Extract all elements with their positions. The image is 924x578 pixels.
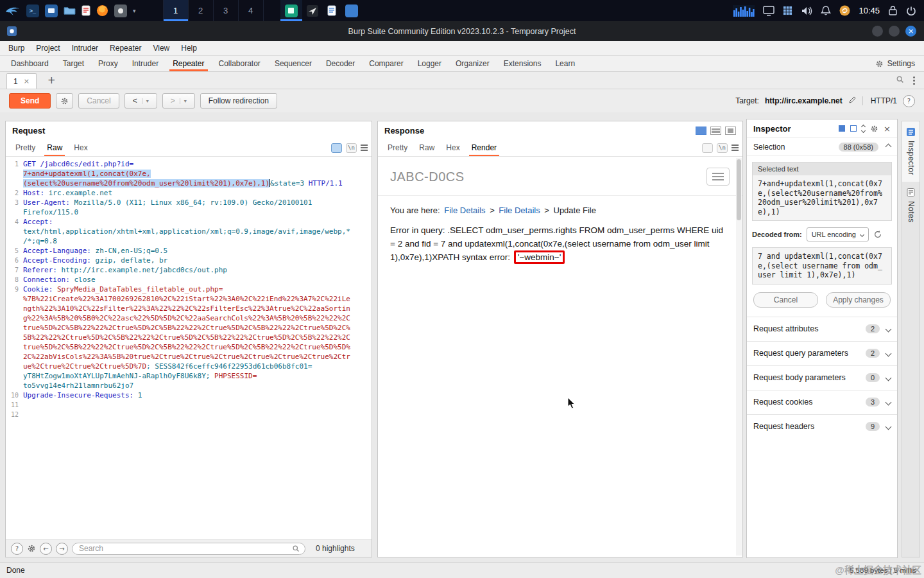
scrollbar-thumb[interactable] bbox=[737, 159, 741, 220]
inspector-layout-icon[interactable] bbox=[850, 125, 857, 132]
firefox-icon[interactable] bbox=[96, 4, 108, 17]
expand-collapse-all-icon[interactable] bbox=[862, 125, 865, 132]
lock-icon[interactable] bbox=[888, 5, 898, 16]
apply-changes-button[interactable]: Apply changes bbox=[826, 292, 891, 308]
more-options-icon[interactable] bbox=[913, 76, 915, 85]
decoded-from-select[interactable]: URL encoding bbox=[807, 227, 869, 241]
clock[interactable]: 10:45 bbox=[859, 6, 880, 15]
repeater-tab-1[interactable]: 1 × bbox=[6, 73, 37, 89]
menu-help[interactable]: Help bbox=[175, 44, 203, 53]
document-app-icon[interactable] bbox=[81, 5, 90, 16]
selection-section-header[interactable]: Selection 88 (0x58) bbox=[747, 138, 897, 156]
layout-rows-icon[interactable] bbox=[710, 127, 721, 135]
response-newline-icon[interactable]: \n bbox=[717, 143, 728, 153]
power-icon[interactable] bbox=[906, 6, 916, 16]
inspector-section-request-cookies[interactable]: Request cookies3 bbox=[747, 390, 897, 414]
search-help-icon[interactable]: ? bbox=[11, 543, 23, 555]
inspector-dock-icon[interactable] bbox=[839, 125, 845, 132]
request-editor-tab-raw[interactable]: Raw bbox=[41, 139, 68, 156]
decoded-text-value[interactable]: 7 and updatexml(1,concat(0x7e,(select us… bbox=[753, 248, 891, 284]
response-render[interactable]: JABC-D0CS You are here: File Details > F… bbox=[378, 157, 742, 557]
cpu-graph[interactable] bbox=[733, 5, 755, 17]
settings-button[interactable]: Settings bbox=[866, 56, 924, 71]
side-tab-inspector[interactable]: Inspector bbox=[902, 121, 920, 182]
workspace-1[interactable]: 1 bbox=[163, 0, 188, 21]
terminal-icon[interactable]: >_ bbox=[26, 4, 39, 17]
update-icon[interactable] bbox=[839, 5, 850, 16]
add-tab-button[interactable]: + bbox=[44, 74, 59, 86]
response-menu-icon[interactable] bbox=[732, 144, 739, 151]
inspector-section-request-body-parameters[interactable]: Request body parameters0 bbox=[747, 365, 897, 390]
workspace-3[interactable]: 3 bbox=[213, 0, 238, 21]
request-editor[interactable]: 1GET /jabcd0cs/edit.php?id= 7+and+update… bbox=[6, 157, 372, 539]
workspace-2[interactable]: 2 bbox=[188, 0, 213, 21]
edit-target-icon[interactable] bbox=[848, 95, 857, 107]
rendered-menu-toggle-icon[interactable] bbox=[706, 168, 730, 186]
notifications-icon[interactable] bbox=[821, 5, 831, 16]
menu-project[interactable]: Project bbox=[30, 44, 65, 53]
menu-view[interactable]: View bbox=[147, 44, 175, 53]
maximize-button[interactable] bbox=[889, 26, 900, 37]
chevron-down-icon[interactable]: ▾ bbox=[142, 98, 149, 104]
back-button[interactable]: <▾ bbox=[124, 93, 157, 109]
inspector-cancel-button[interactable]: Cancel bbox=[753, 292, 818, 308]
notes-app-icon[interactable] bbox=[323, 0, 341, 21]
tab-organizer[interactable]: Organizer bbox=[449, 56, 497, 71]
tab-learn[interactable]: Learn bbox=[548, 56, 582, 71]
app-grid-icon[interactable] bbox=[783, 6, 792, 15]
search-icon[interactable] bbox=[896, 74, 904, 86]
inspector-section-request-query-parameters[interactable]: Request query parameters2 bbox=[747, 341, 897, 365]
response-style-icon[interactable] bbox=[702, 143, 713, 153]
send-settings-gear[interactable] bbox=[56, 93, 73, 109]
response-editor-tab-render[interactable]: Render bbox=[466, 139, 502, 156]
menu-repeater[interactable]: Repeater bbox=[104, 44, 147, 53]
close-button[interactable]: × bbox=[905, 26, 916, 37]
panel-app-icon[interactable] bbox=[341, 0, 363, 21]
tab-collaborator[interactable]: Collaborator bbox=[212, 56, 268, 71]
tab-comparer[interactable]: Comparer bbox=[362, 56, 410, 71]
forward-button[interactable]: >▾ bbox=[162, 93, 195, 109]
close-tab-icon[interactable]: × bbox=[24, 77, 30, 85]
plane-app-icon[interactable] bbox=[302, 0, 323, 21]
editor-menu-icon[interactable] bbox=[361, 144, 368, 151]
chevron-down-icon[interactable]: ▾ bbox=[133, 8, 136, 14]
request-editor-tab-hex[interactable]: Hex bbox=[68, 139, 93, 156]
follow-redirection-button[interactable]: Follow redirection bbox=[200, 93, 277, 109]
minimize-button[interactable] bbox=[872, 26, 883, 37]
workspace-4[interactable]: 4 bbox=[238, 0, 264, 21]
request-editor-tab-pretty[interactable]: Pretty bbox=[10, 139, 41, 156]
response-editor-tab-raw[interactable]: Raw bbox=[413, 139, 440, 156]
help-icon[interactable]: ? bbox=[903, 95, 915, 107]
reencode-icon[interactable] bbox=[873, 230, 882, 239]
search-next-icon[interactable]: → bbox=[56, 543, 68, 555]
code-editor-icon[interactable] bbox=[280, 0, 302, 21]
inspector-close-icon[interactable]: × bbox=[884, 124, 891, 134]
file-manager-icon[interactable] bbox=[64, 6, 76, 15]
side-tab-notes[interactable]: Notes bbox=[902, 182, 920, 229]
chevron-down-icon[interactable]: ▾ bbox=[180, 98, 187, 104]
layout-single-icon[interactable] bbox=[725, 127, 736, 135]
layout-columns-icon[interactable] bbox=[696, 127, 706, 135]
display-app-icon[interactable] bbox=[45, 4, 58, 17]
volume-icon[interactable] bbox=[801, 6, 812, 16]
syntax-style-icon[interactable] bbox=[331, 143, 342, 153]
selected-text-value[interactable]: 7+and+updatexml(1,concat(0x7e,(select%20… bbox=[753, 175, 891, 220]
tab-proxy[interactable]: Proxy bbox=[91, 56, 125, 71]
cancel-button[interactable]: Cancel bbox=[78, 93, 119, 109]
kali-menu-icon[interactable] bbox=[5, 5, 21, 16]
tab-repeater[interactable]: Repeater bbox=[166, 56, 211, 71]
inspector-settings-gear[interactable] bbox=[870, 125, 878, 133]
response-editor-tab-pretty[interactable]: Pretty bbox=[382, 139, 413, 156]
inspector-section-request-attributes[interactable]: Request attributes2 bbox=[747, 317, 897, 341]
menu-intruder[interactable]: Intruder bbox=[66, 44, 104, 53]
search-settings-gear[interactable] bbox=[27, 544, 36, 553]
response-editor-tab-hex[interactable]: Hex bbox=[440, 139, 465, 156]
breadcrumb-link-file-details-1[interactable]: File Details bbox=[444, 206, 485, 215]
tab-logger[interactable]: Logger bbox=[411, 56, 449, 71]
search-input[interactable] bbox=[78, 543, 292, 554]
response-scrollbar[interactable] bbox=[736, 158, 742, 556]
display-icon[interactable] bbox=[763, 6, 774, 16]
send-button[interactable]: Send bbox=[9, 93, 51, 109]
menu-burp[interactable]: Burp bbox=[3, 44, 30, 53]
tab-target[interactable]: Target bbox=[56, 56, 91, 71]
